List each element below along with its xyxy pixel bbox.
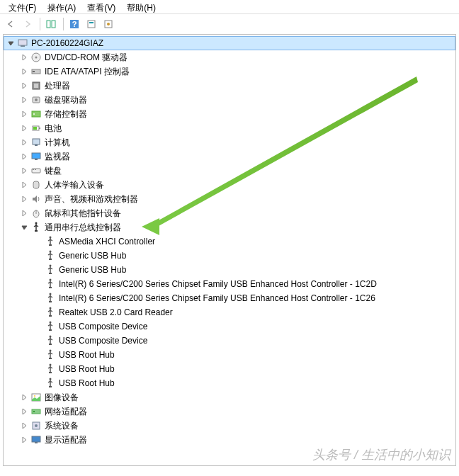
menu-file[interactable]: 文件(F) bbox=[3, 1, 42, 12]
back-button[interactable] bbox=[3, 16, 18, 32]
svg-rect-19 bbox=[34, 84, 38, 88]
tree-category[interactable]: 计算机 bbox=[4, 135, 455, 149]
svg-point-61 bbox=[50, 322, 52, 324]
tree-device[interactable]: ASMedia XHCI Controller bbox=[4, 234, 455, 249]
svg-rect-29 bbox=[33, 127, 37, 130]
keyboard-icon bbox=[30, 165, 42, 176]
tree-device[interactable]: Intel(R) 6 Series/C200 Series Chipset Fa… bbox=[4, 291, 455, 305]
menu-view[interactable]: 查看(V) bbox=[81, 1, 121, 12]
device-tree[interactable]: PC-20160224GIAZ DVD/CD-ROM 驱动器 IDE ATA/A… bbox=[3, 34, 456, 466]
tree-device[interactable]: USB Root Hub bbox=[4, 362, 455, 376]
menu-help[interactable]: 帮助(H) bbox=[121, 1, 162, 12]
tree-category-label: 图像设备 bbox=[45, 392, 79, 404]
tree-category-label: 声音、视频和游戏控制器 bbox=[45, 193, 138, 205]
svg-rect-82 bbox=[35, 442, 38, 443]
tree-category[interactable]: 网络适配器 bbox=[4, 404, 455, 419]
tree-device[interactable]: Intel(R) 6 Series/C200 Series Chipset Fa… bbox=[4, 277, 455, 291]
expander-icon[interactable] bbox=[21, 81, 29, 90]
svg-marker-20 bbox=[23, 97, 26, 103]
expander-icon[interactable] bbox=[21, 421, 29, 430]
show-hide-button[interactable] bbox=[43, 16, 59, 32]
tree-category[interactable]: 电池 bbox=[4, 121, 455, 135]
tree-category[interactable]: 声音、视频和游戏控制器 bbox=[4, 192, 455, 206]
expander-icon[interactable] bbox=[21, 152, 29, 161]
svg-marker-46 bbox=[22, 226, 27, 230]
expander-icon[interactable] bbox=[7, 39, 16, 47]
battery-icon bbox=[30, 123, 42, 134]
properties-button[interactable] bbox=[101, 16, 116, 32]
expander-icon[interactable] bbox=[21, 393, 29, 402]
expander-icon[interactable] bbox=[21, 138, 29, 147]
expander-icon[interactable] bbox=[21, 209, 29, 217]
tree-category-label: 监视器 bbox=[45, 151, 70, 163]
tree-category[interactable]: 键盘 bbox=[4, 164, 455, 178]
tree-category[interactable]: 通用串行总线控制器 bbox=[4, 220, 455, 234]
expander-icon[interactable] bbox=[21, 110, 29, 118]
svg-rect-75 bbox=[32, 409, 40, 414]
display-icon bbox=[30, 434, 42, 446]
tree-device-label: Intel(R) 6 Series/C200 Series Chipset Fa… bbox=[59, 279, 377, 289]
menu-action[interactable]: 操作(A) bbox=[42, 1, 81, 12]
expander-icon[interactable] bbox=[21, 181, 29, 189]
tree-device[interactable]: Generic USB Hub bbox=[4, 263, 455, 277]
tree-category[interactable]: 显示适配器 bbox=[4, 433, 455, 447]
help-button[interactable]: ? bbox=[67, 16, 82, 32]
svg-point-51 bbox=[50, 251, 52, 253]
expander-icon[interactable] bbox=[21, 53, 29, 62]
svg-point-69 bbox=[50, 378, 52, 380]
tree-category[interactable]: 处理器 bbox=[4, 79, 455, 93]
tree-category-label: 通用串行总线控制器 bbox=[45, 222, 121, 234]
svg-rect-58 bbox=[49, 301, 52, 302]
tree-category[interactable]: 系统设备 bbox=[4, 419, 455, 433]
svg-marker-17 bbox=[23, 83, 26, 89]
tree-category[interactable]: 鼠标和其他指针设备 bbox=[4, 206, 455, 220]
tree-category[interactable]: IDE ATA/ATAPI 控制器 bbox=[4, 64, 455, 79]
tree-category[interactable]: 人体学输入设备 bbox=[4, 178, 455, 192]
tree-device[interactable]: Generic USB Hub bbox=[4, 249, 455, 263]
svg-rect-39 bbox=[35, 169, 36, 170]
svg-rect-37 bbox=[32, 169, 40, 173]
tree-device[interactable]: USB Root Hub bbox=[4, 348, 455, 362]
expander-icon[interactable] bbox=[21, 124, 29, 132]
expander-icon[interactable] bbox=[21, 67, 29, 76]
tree-category[interactable]: 存储控制器 bbox=[4, 107, 455, 121]
expander-icon[interactable] bbox=[21, 166, 29, 175]
tree-category[interactable]: 磁盘驱动器 bbox=[4, 93, 455, 107]
scan-button[interactable] bbox=[84, 16, 99, 32]
svg-rect-56 bbox=[49, 287, 52, 288]
svg-marker-11 bbox=[23, 55, 26, 60]
forward-button[interactable] bbox=[20, 16, 35, 32]
tree-device[interactable]: USB Composite Device bbox=[4, 319, 455, 334]
svg-rect-60 bbox=[49, 315, 52, 317]
ide-icon bbox=[30, 66, 42, 77]
expander-icon[interactable] bbox=[21, 223, 29, 232]
hid-icon bbox=[30, 179, 42, 191]
tree-device-label: USB Root Hub bbox=[59, 378, 115, 388]
tree-root[interactable]: PC-20160224GIAZ bbox=[4, 36, 455, 50]
svg-text:?: ? bbox=[72, 20, 77, 28]
svg-rect-35 bbox=[35, 159, 38, 160]
tree-device[interactable]: USB Root Hub bbox=[4, 376, 455, 390]
svg-rect-38 bbox=[33, 169, 34, 170]
expander-icon[interactable] bbox=[21, 436, 29, 444]
svg-marker-71 bbox=[23, 395, 26, 400]
usb-device-icon bbox=[45, 278, 56, 290]
expander-icon[interactable] bbox=[21, 407, 29, 416]
svg-point-47 bbox=[35, 222, 38, 225]
tree-category[interactable]: 图像设备 bbox=[4, 390, 455, 404]
computer-icon bbox=[30, 137, 42, 148]
tree-device[interactable]: USB Composite Device bbox=[4, 334, 455, 348]
toolbar-separator bbox=[63, 18, 64, 30]
tree-category[interactable]: 监视器 bbox=[4, 149, 455, 164]
expander-icon[interactable] bbox=[21, 96, 29, 104]
usb-device-icon bbox=[45, 264, 56, 276]
usb-device-icon bbox=[45, 363, 56, 375]
svg-rect-9 bbox=[18, 40, 27, 45]
tree-device[interactable]: Realtek USB 2.0 Card Reader bbox=[4, 305, 455, 319]
tree-category[interactable]: DVD/CD-ROM 驱动器 bbox=[4, 50, 455, 64]
svg-rect-70 bbox=[49, 386, 52, 387]
disk-icon bbox=[30, 94, 42, 106]
expander-icon[interactable] bbox=[21, 195, 29, 203]
svg-rect-10 bbox=[21, 45, 25, 47]
tree-category-label: 人体学输入设备 bbox=[45, 179, 104, 191]
